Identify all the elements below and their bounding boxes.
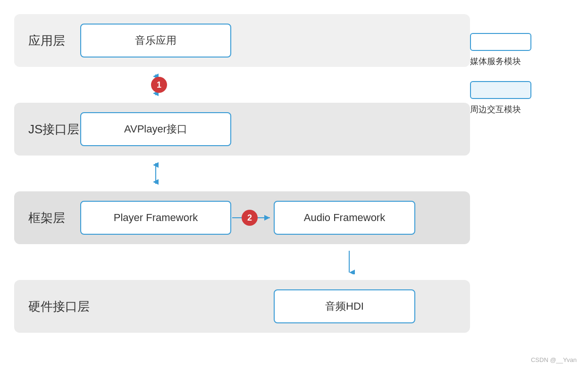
legend-peripheral: 周边交互模块	[470, 81, 531, 115]
legend-media-service: 媒体服务模块	[470, 33, 531, 67]
legend-media-box	[470, 33, 531, 51]
legend-media-label: 媒体服务模块	[470, 56, 521, 67]
js-layer-content: AVPlayer接口	[80, 112, 456, 146]
hardware-layer-content: 音频HDI	[90, 289, 456, 323]
badge-2: 2	[242, 210, 258, 226]
js-layer-label: JS接口层	[28, 121, 80, 138]
app-layer-content: 音乐应用	[80, 24, 456, 58]
arrow-audio-hdi	[340, 250, 359, 274]
badge-1: 1	[151, 77, 167, 93]
layer-hardware: 硬件接口层 音频HDI	[14, 280, 470, 333]
framework-layer-label: 框架层	[28, 210, 80, 226]
player-framework-box: Player Framework	[80, 201, 231, 235]
legend-area: 媒体服务模块 周边交互模块	[470, 14, 574, 356]
framework-layer-content: Player Framework 2	[80, 201, 456, 235]
main-container: 应用层 音乐应用	[0, 0, 588, 370]
arrow-js-framework	[146, 161, 165, 186]
diagram-area: 应用层 音乐应用	[14, 14, 470, 356]
audio-framework-box: Audio Framework	[274, 201, 415, 235]
audio-hdi-box: 音频HDI	[274, 289, 415, 323]
avplayer-box: AVPlayer接口	[80, 112, 231, 146]
layer-app: 应用层 音乐应用	[14, 14, 470, 67]
legend-peripheral-label: 周边交互模块	[470, 104, 521, 115]
layer-js: JS接口层 AVPlayer接口	[14, 103, 470, 156]
legend-peripheral-box	[470, 81, 531, 99]
hardware-layer-label: 硬件接口层	[28, 298, 90, 315]
music-app-box: 音乐应用	[80, 24, 231, 58]
layer-framework: 框架层 Player Framework	[14, 191, 470, 244]
app-layer-label: 应用层	[28, 33, 80, 49]
footer-credit: CSDN @__Yvan	[531, 356, 577, 363]
